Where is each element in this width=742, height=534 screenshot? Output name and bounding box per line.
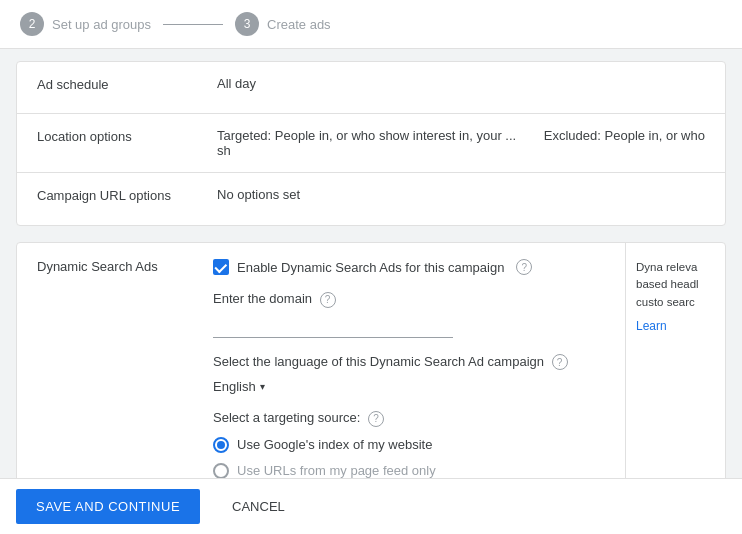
targeting-label: Select a targeting source: ?	[213, 410, 605, 427]
enable-dsa-help-icon[interactable]: ?	[516, 259, 532, 275]
step-line	[163, 24, 223, 25]
ad-schedule-label: Ad schedule	[37, 76, 217, 92]
enable-dsa-label: Enable Dynamic Search Ads for this campa…	[237, 260, 504, 275]
learn-more-link[interactable]: Learn	[636, 319, 715, 333]
location-options-label: Location options	[37, 128, 217, 144]
radio-page-feed-only[interactable]: Use URLs from my page feed only	[213, 463, 605, 479]
ad-schedule-value: All day	[217, 76, 705, 91]
language-value: English	[213, 379, 256, 394]
language-label: Select the language of this Dynamic Sear…	[213, 354, 605, 371]
settings-card: Ad schedule All day Location options Tar…	[16, 61, 726, 226]
dsa-sidebar-text: Dyna releva based headl custo searc	[636, 259, 715, 311]
targeted-value: People in, or who show interest in, your…	[275, 128, 516, 143]
step-3-circle: 3	[235, 12, 259, 36]
language-select[interactable]: English ▾	[213, 379, 265, 394]
language-help-icon[interactable]: ?	[552, 354, 568, 370]
location-options-row: Location options Targeted: People in, or…	[17, 114, 725, 173]
step-3-label: Create ads	[267, 17, 331, 32]
radio-page-feed-only-label: Use URLs from my page feed only	[237, 463, 436, 478]
radio-google-index[interactable]: Use Google's index of my website	[213, 437, 605, 453]
domain-help-icon[interactable]: ?	[320, 292, 336, 308]
step-2: 2 Set up ad groups	[20, 12, 151, 36]
dsa-section-label: Dynamic Search Ads	[37, 259, 197, 274]
cancel-button[interactable]: CANCEL	[216, 489, 301, 524]
domain-section: Enter the domain ?	[213, 291, 605, 338]
step-2-label: Set up ad groups	[52, 17, 151, 32]
save-and-continue-button[interactable]: SAVE AND CONTINUE	[16, 489, 200, 524]
stepper-bar: 2 Set up ad groups 3 Create ads	[0, 0, 742, 49]
action-bar: SAVE AND CONTINUE CANCEL	[0, 478, 742, 534]
radio-page-feed-only-circle[interactable]	[213, 463, 229, 479]
campaign-url-label: Campaign URL options	[37, 187, 217, 203]
enable-dsa-checkbox[interactable]	[213, 259, 229, 275]
domain-input[interactable]	[213, 314, 453, 338]
step-3: 3 Create ads	[235, 12, 331, 36]
language-section: Select the language of this Dynamic Sear…	[213, 354, 605, 395]
language-dropdown-arrow: ▾	[260, 381, 265, 392]
targeted-prefix: Targeted:	[217, 128, 275, 143]
location-options-value: Targeted: People in, or who show interes…	[217, 128, 705, 158]
radio-google-index-circle[interactable]	[213, 437, 229, 453]
excluded-prefix: Excluded:	[544, 128, 605, 143]
radio-google-index-dot	[217, 441, 225, 449]
step-2-circle: 2	[20, 12, 44, 36]
campaign-url-value: No options set	[217, 187, 705, 202]
domain-label: Enter the domain ?	[213, 291, 605, 308]
ad-schedule-row: Ad schedule All day	[17, 62, 725, 114]
main-content: Ad schedule All day Location options Tar…	[0, 49, 742, 529]
targeting-help-icon[interactable]: ?	[368, 411, 384, 427]
enable-dsa-row[interactable]: Enable Dynamic Search Ads for this campa…	[213, 259, 605, 275]
radio-google-index-label: Use Google's index of my website	[237, 437, 432, 452]
campaign-url-row: Campaign URL options No options set	[17, 173, 725, 225]
